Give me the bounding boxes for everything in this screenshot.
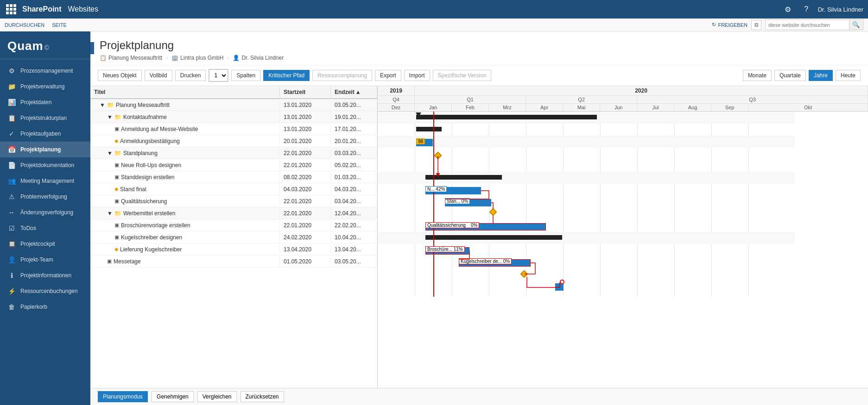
task-icon-14: ▣ [107, 258, 112, 264]
label-row-9: Qualitätssicherung 0% [425, 222, 479, 228]
sidebar-collapse-button[interactable]: ‹ [90, 42, 94, 54]
task-icon-7: ▣ [114, 174, 119, 180]
sidebar-item-ressourcenbuchungen[interactable]: ⚡ Ressourcenbuchungen [0, 283, 90, 299]
sidebar-item-projektcockpit[interactable]: 🔲 Projektcockpit [0, 236, 90, 252]
help-button[interactable]: ? [799, 2, 813, 16]
sidebar-item-projektstrukturplan[interactable]: 📋 Projektstrukturplan [0, 110, 90, 126]
freigeben-icon: ↻ [712, 22, 716, 28]
table-row: ▣ Messetage 01.05.2020 03.05.20... [90, 255, 377, 268]
spalten-button[interactable]: Spalten [231, 70, 260, 81]
search-button[interactable]: 🔍 [849, 20, 863, 30]
row-title-5: ▼ 📁 Standplanung [90, 149, 280, 158]
expand-icon-10[interactable]: ▼ [107, 210, 113, 217]
breadcrumb-icon-2: 🏢 [171, 55, 178, 61]
month-mrz: Mrz [489, 104, 526, 111]
papierkorb-icon: 🗑 [7, 303, 16, 311]
page-icon-button[interactable]: ⊡ [751, 20, 761, 30]
vergleichen-button[interactable]: Vergleichen [197, 391, 237, 402]
bar-row-5[interactable] [425, 175, 502, 180]
task-icon-11: ▣ [114, 222, 119, 228]
row-title-7: ▣ Standdesign erstellen [90, 173, 280, 182]
ressourcenplanung-button[interactable]: Ressourcenplanung [312, 70, 372, 81]
main-content: ‹ Projektplanung 📋 Planung Messeauftritt… [90, 31, 868, 405]
row-end-6: 05.02.20... [331, 161, 377, 170]
bar-row-1[interactable] [416, 115, 597, 119]
milestone-row-4[interactable] [434, 152, 442, 160]
durchsuchen-link[interactable]: DURCHSUCHEN [5, 22, 44, 28]
sidebar-item-projektaufgaben[interactable]: ✓ Projektaufgaben [0, 126, 90, 142]
sidebar-item-papierkorb[interactable]: 🗑 Papierkorb [0, 299, 90, 315]
user-name[interactable]: Dr. Silvia Lindner [818, 6, 863, 13]
sidebar-item-projekt-team[interactable]: 👤 Projekt-Team [0, 252, 90, 268]
bar-row-14[interactable] [555, 283, 564, 291]
table-row: ▣ Qualitätssicherung 22.01.2020 03.04.20… [90, 195, 377, 207]
sidebar-item-prozessmanagement[interactable]: ⚙ Prozessmanagement [0, 63, 90, 79]
expand-icon[interactable]: ▼ [100, 102, 105, 108]
row-title-14: ▣ Messetage [90, 257, 280, 266]
logo-mark: © [44, 44, 49, 51]
end-header[interactable]: Endzeit ▲ [331, 86, 377, 98]
import-button[interactable]: Import [404, 70, 430, 81]
export-button[interactable]: Export [375, 70, 401, 81]
seite-link[interactable]: SEITE [52, 22, 67, 28]
bar-row-10[interactable] [425, 235, 562, 240]
genehmigen-button[interactable]: Genehmigen [152, 391, 194, 402]
settings-button[interactable]: ⚙ [781, 2, 795, 16]
breadcrumb-item-2[interactable]: 🏢 Lintra plus GmbH [171, 55, 223, 61]
search-input[interactable] [766, 21, 849, 29]
planungsmodus-button[interactable]: Planungsmodus [98, 391, 148, 402]
jahre-button[interactable]: Jahre [809, 70, 833, 81]
grid-menu-button[interactable] [5, 3, 18, 16]
sidebar-item-projektverwaltung[interactable]: 📁 Projektverwaltung [0, 79, 90, 94]
breadcrumb-item-1[interactable]: 📋 Planung Messeauftritt [100, 55, 162, 61]
table-row: ▣ Neue Roll-Ups designen 22.01.2020 05.0… [90, 159, 377, 171]
expand-icon-5[interactable]: ▼ [107, 150, 113, 156]
sidebar-item-aenderungsverfolgung[interactable]: ↔ Änderungsverfolgung [0, 205, 90, 220]
milestone-icon-8: ◆ [114, 186, 118, 192]
sidebar-item-projektplanung[interactable]: 📅 Projektplanung [0, 142, 90, 157]
toolbar: Neues Objekt Vollbild Drucken 123 Spalte… [90, 65, 868, 86]
sidebar-item-projektdaten[interactable]: 📊 Projektdaten [0, 94, 90, 110]
title-header: Titel [90, 86, 280, 98]
month-feb: Feb [452, 104, 489, 111]
dropdown-select[interactable]: 123 [209, 69, 228, 81]
row-end-11: 22.02.20... [331, 221, 377, 230]
breadcrumb-item-3[interactable]: 👤 Dr. Silvia Lindner [233, 55, 284, 61]
folder-icon-10: 📁 [114, 210, 121, 217]
sidebar-label-projektdaten: Projektdaten [20, 99, 51, 106]
row-start-4: 20.01.2020 [280, 137, 331, 146]
start-header[interactable]: Startzeit [280, 86, 331, 98]
zuruecksetzen-button[interactable]: Zurücksetzen [241, 391, 284, 402]
sidebar-label-problemverfolgung: Problemverfolgung [20, 193, 67, 200]
quartale-button[interactable]: Quartale [774, 70, 806, 81]
month-jun: Jun [600, 104, 637, 111]
sidebar-item-problemverfolgung[interactable]: ⚠ Problemverfolgung [0, 189, 90, 205]
sidebar-item-projektdokumentation[interactable]: 📄 Projektdokumentation [0, 157, 90, 173]
row-bg-2 [378, 136, 795, 148]
sidebar-label-ressourcenbuchungen: Ressourcenbuchungen [20, 288, 77, 294]
monate-button[interactable]: Monate [743, 70, 772, 81]
folder-icon: 📁 [107, 102, 114, 108]
sidebar-item-todos[interactable]: ☑ ToDos [0, 220, 90, 236]
milestone-row-8[interactable] [489, 208, 497, 216]
sidebar-item-projektinformationen[interactable]: ℹ Projektinformationen [0, 268, 90, 283]
drucken-button[interactable]: Drucken [175, 70, 206, 81]
kritischer-pfad-button[interactable]: Kritischer Pfad [263, 70, 310, 81]
year-2020: 2020 [415, 86, 868, 95]
label-row-12: Kugelschreiber de... 0% [459, 258, 512, 264]
sidebar-label-prozessmanagement: Prozessmanagement [20, 68, 73, 74]
expand-icon-2[interactable]: ▼ [107, 114, 113, 120]
todos-icon: ☑ [7, 224, 16, 232]
vollbild-button[interactable]: Vollbild [145, 70, 172, 81]
neues-objekt-button[interactable]: Neues Objekt [98, 70, 142, 81]
row-start-14: 01.05.2020 [280, 257, 331, 266]
spezifische-version-button[interactable]: Spezifische Version [433, 70, 492, 81]
month-dez: Dez [378, 104, 415, 111]
milestone-row-13[interactable] [520, 270, 528, 278]
bar-row-2[interactable] [416, 127, 442, 131]
sidebar-item-meeting-management[interactable]: 👥 Meeting Management [0, 173, 90, 189]
freigeben-button[interactable]: ↻ FREIGEBEN [712, 22, 748, 28]
row-end-14: 03.05.20... [331, 257, 377, 266]
row-title-3: ▣ Anmeldung auf Messe-Website [90, 125, 280, 134]
heute-button[interactable]: Heute [836, 70, 861, 81]
